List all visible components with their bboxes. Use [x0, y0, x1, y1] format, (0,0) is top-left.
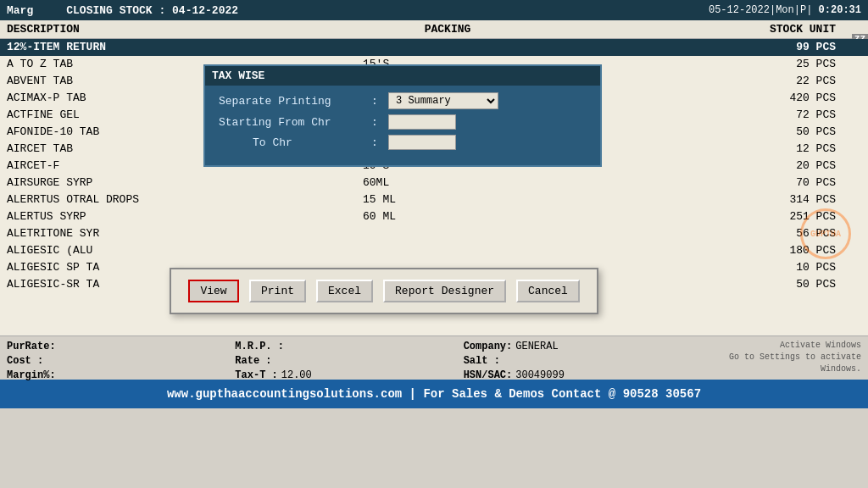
item-desc: ALERTUS SYRP [7, 209, 363, 225]
margin-row: Margin%: [7, 369, 218, 383]
item-desc: ALETRITONE SYR [7, 226, 363, 241]
status-col-3: Company: GENERAL Salt : HSN/SAC: 3004909… [464, 340, 675, 383]
hsn-label: HSN/SAC: [464, 369, 513, 383]
taxwise-dialog: TAX WISE Separate Printing : 1 Summary2 … [203, 64, 602, 167]
desc-header: DESCRIPTION [7, 23, 363, 36]
status-col-1: PurRate: Cost : Margin%: [7, 340, 218, 383]
hsn-row: HSN/SAC: 30049099 [464, 369, 675, 383]
item-desc: AIRSURGE SYRP [7, 175, 363, 191]
item-stock: 70 PCS [532, 175, 861, 191]
watermark: GUPTHA [800, 208, 851, 259]
company-row: Company: GENERAL [464, 340, 675, 354]
item-desc: 12%-ITEM RETURN [7, 40, 363, 55]
item-desc: ALERRTUS OTRAL DROPS [7, 192, 363, 208]
separate-printing-label: Separate Printing [219, 95, 371, 108]
table-row[interactable]: ALERTUS SYRP60 ML251 PCS [0, 208, 868, 225]
cost-label: Cost : [7, 354, 43, 369]
to-chr-input[interactable] [388, 135, 456, 150]
hsn-value: 30049099 [515, 369, 565, 383]
item-pack: 15 ML [363, 192, 532, 208]
item-pack [363, 40, 532, 55]
mrp-label: M.R.P. : [235, 340, 284, 354]
cancel-button[interactable]: Cancel [516, 280, 580, 302]
starting-from-input[interactable] [388, 114, 456, 130]
salt-row: Salt : [464, 354, 675, 369]
starting-from-row: Starting From Chr : [219, 114, 587, 130]
datetime-display: 05-12-2022|Mon|P| 0:20:31 [709, 4, 861, 16]
view-button[interactable]: View [188, 280, 239, 302]
pur-rate-row: PurRate: [7, 340, 218, 354]
column-headers: DESCRIPTION PACKING STOCK UNIT ZZ [0, 20, 868, 39]
packing-header: PACKING [363, 23, 532, 36]
starting-from-label: Starting From Chr [219, 116, 371, 129]
start-colon: : [371, 116, 388, 129]
salt-label: Salt : [464, 354, 500, 369]
to-colon: : [371, 136, 388, 149]
banner-text: www.gupthaaccountingsolutions.com | For … [167, 387, 701, 401]
table-row[interactable]: ALETRITONE SYR56 PCS [0, 225, 868, 242]
taxt-value: 12.00 [281, 369, 312, 383]
action-dialog: View Print Excel Report Designer Cancel [170, 268, 598, 314]
status-col-2: M.R.P. : Rate : Tax-T : 12.00 [235, 340, 446, 383]
item-pack: 60ML [363, 175, 532, 191]
activate-line1: Activate Windows [692, 340, 861, 352]
report-designer-button[interactable]: Report Designer [383, 280, 506, 302]
to-chr-value[interactable] [388, 135, 587, 150]
taxwise-title: TAX WISE [205, 66, 600, 86]
table-row[interactable]: ALIGESIC (ALU180 PCS [0, 242, 868, 259]
rate-row: Rate : [235, 354, 446, 369]
item-stock: 314 PCS [532, 192, 861, 208]
item-desc: ALIGESIC (ALU [7, 243, 363, 258]
rate-label: Rate : [235, 354, 271, 369]
table-row[interactable]: AIRSURGE SYRP60ML70 PCS [0, 175, 868, 191]
to-chr-label: To Chr [219, 136, 371, 149]
table-row[interactable]: ALERRTUS OTRAL DROPS15 ML314 PCS [0, 191, 868, 208]
top-bar: Marg CLOSING STOCK : 04-12-2022 05-12-20… [0, 0, 868, 20]
print-button[interactable]: Print [249, 280, 306, 302]
starting-from-value[interactable] [388, 114, 587, 130]
company-label: Company: [464, 340, 513, 354]
pur-rate-label: PurRate: [7, 340, 56, 354]
status-bar: PurRate: Cost : Margin%: M.R.P. : Rate :… [0, 336, 868, 380]
watermark-circle: GUPTHA [800, 208, 851, 259]
separate-printing-row: Separate Printing : 1 Summary2 Detail3 S… [219, 92, 587, 109]
app-title: Marg CLOSING STOCK : 04-12-2022 [7, 4, 238, 17]
separate-printing-value[interactable]: 1 Summary2 Detail3 Summary [388, 92, 587, 109]
taxwise-body: Separate Printing : 1 Summary2 Detail3 S… [205, 86, 600, 165]
cost-row: Cost : [7, 354, 218, 369]
item-pack [363, 226, 532, 241]
sep-colon: : [371, 95, 388, 108]
taxt-row: Tax-T : 12.00 [235, 369, 446, 383]
separate-printing-select[interactable]: 1 Summary2 Detail3 Summary [388, 92, 498, 109]
table-row[interactable]: 12%-ITEM RETURN99 PCS [0, 39, 868, 56]
item-pack [363, 243, 532, 258]
company-value: GENERAL [515, 340, 558, 354]
excel-button[interactable]: Excel [316, 280, 373, 302]
margin-label: Margin%: [7, 369, 56, 383]
taxt-label: Tax-T : [235, 369, 277, 383]
to-chr-row: To Chr : [219, 135, 587, 150]
stock-header: STOCK UNIT [532, 23, 861, 36]
main-content: 12%-ITEM RETURN99 PCSA TO Z TAB15'S25 PC… [0, 39, 868, 336]
item-stock: 99 PCS [532, 40, 861, 55]
activate-line2: Go to Settings to activate Windows. [692, 352, 861, 375]
mrp-row: M.R.P. : [235, 340, 446, 354]
item-pack: 60 ML [363, 209, 532, 225]
bottom-banner: www.gupthaaccountingsolutions.com | For … [0, 380, 868, 408]
activate-windows: Activate Windows Go to Settings to activ… [692, 340, 861, 375]
